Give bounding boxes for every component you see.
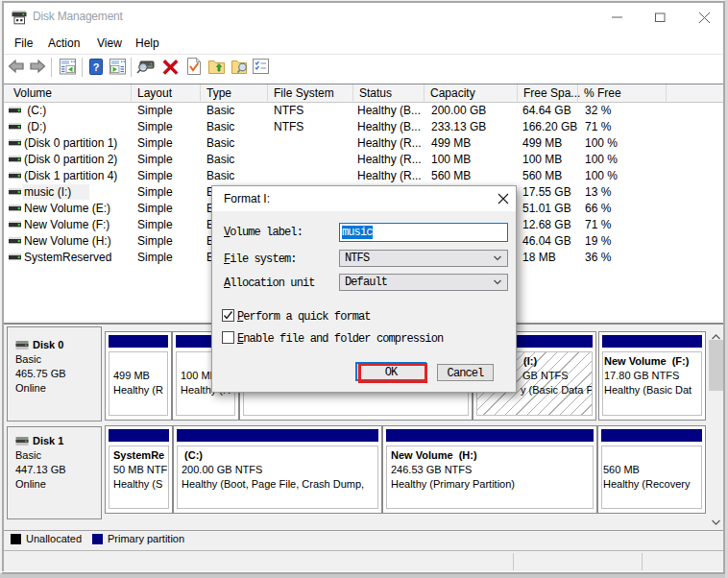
svg-text:?: ? xyxy=(93,61,100,73)
